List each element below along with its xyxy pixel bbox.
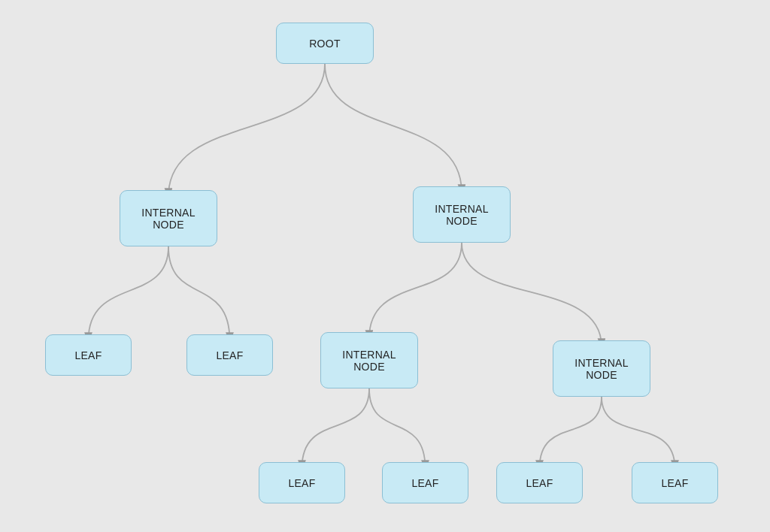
node-leaf1: LEAF	[45, 334, 132, 376]
edge-int1-leaf1	[89, 246, 169, 340]
tree-diagram: ROOTINTERNALNODEINTERNALNODELEAFLEAFINTE…	[0, 0, 770, 532]
edge-root-int2	[325, 64, 462, 192]
tree-edges	[0, 0, 770, 532]
edge-int3-leaf3	[302, 388, 370, 468]
node-root: ROOT	[276, 23, 374, 64]
node-int3: INTERNALNODE	[320, 332, 418, 388]
edge-int2-int4	[462, 243, 602, 346]
node-leaf4: LEAF	[382, 462, 468, 503]
edge-int4-leaf5	[540, 397, 602, 468]
node-leaf5: LEAF	[496, 462, 583, 503]
edge-int2-int3	[369, 243, 462, 338]
node-leaf6: LEAF	[632, 462, 718, 503]
node-int2: INTERNALNODE	[413, 186, 511, 243]
node-leaf2: LEAF	[186, 334, 273, 376]
edge-root-int1	[168, 64, 325, 196]
edge-int1-leaf2	[168, 246, 230, 340]
node-int1: INTERNALNODE	[120, 190, 217, 246]
edge-int3-leaf4	[369, 388, 426, 468]
node-int4: INTERNALNODE	[553, 340, 650, 397]
edge-int4-leaf6	[602, 397, 675, 468]
node-leaf3: LEAF	[259, 462, 345, 503]
